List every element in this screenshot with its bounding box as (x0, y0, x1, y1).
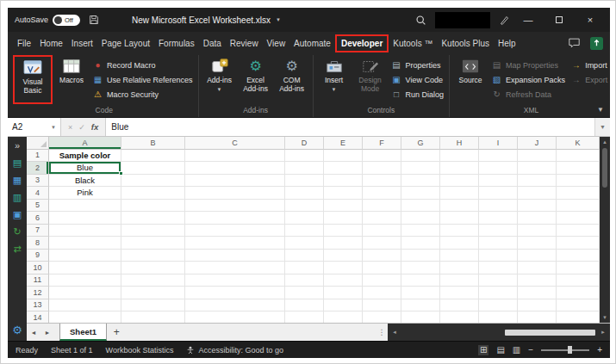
com-add-ins-button[interactable]: ⚙ COM Add-ins (274, 55, 310, 93)
cell-A13[interactable] (49, 299, 121, 312)
cell-I12[interactable] (479, 287, 518, 299)
cell-H4[interactable] (440, 187, 479, 200)
cell-I4[interactable] (479, 187, 518, 200)
row-header-8[interactable]: 8 (27, 237, 49, 250)
cell-H8[interactable] (440, 237, 479, 250)
cell-C11[interactable] (185, 275, 285, 287)
cell-K7[interactable] (557, 225, 600, 238)
autosave-switch[interactable]: Off (53, 15, 80, 26)
cell-I7[interactable] (479, 225, 518, 238)
fill-handle[interactable] (119, 171, 123, 176)
cell-F9[interactable] (363, 250, 401, 262)
scroll-left-icon[interactable]: ◄ (390, 330, 399, 335)
kutools-worksheet-pane-icon[interactable]: ▦ (13, 175, 22, 185)
vertical-scrollbar[interactable]: ▲ ▼ (600, 137, 610, 323)
cell-H2[interactable] (440, 162, 479, 175)
macro-security-button[interactable]: ⚠ Macro Security (90, 88, 196, 101)
row-header-9[interactable]: 9 (27, 250, 49, 262)
tab-home[interactable]: Home (35, 36, 67, 51)
column-header-C[interactable]: C (185, 137, 285, 150)
row-header-4[interactable]: 4 (27, 187, 49, 200)
column-header-E[interactable]: E (324, 137, 363, 150)
sheet-tab-sheet1[interactable]: Sheet1 (59, 324, 107, 341)
cell-I6[interactable] (479, 212, 518, 225)
collapse-ribbon-chevron-icon[interactable]: ▼ (597, 106, 604, 114)
cell-J6[interactable] (518, 212, 557, 225)
cell-K1[interactable] (557, 150, 600, 163)
cell-J4[interactable] (518, 187, 557, 200)
comments-icon[interactable] (569, 38, 580, 48)
cell-E10[interactable] (324, 262, 363, 275)
cell-C6[interactable] (185, 212, 285, 225)
cell-J12[interactable] (518, 287, 557, 299)
cell-B10[interactable] (121, 262, 185, 275)
cell-J1[interactable] (518, 150, 557, 163)
expand-pane-icon[interactable]: » (15, 140, 20, 151)
cell-H1[interactable] (440, 150, 479, 163)
cell-B14[interactable] (121, 312, 185, 323)
cell-G6[interactable] (401, 212, 440, 225)
cell-I9[interactable] (479, 250, 518, 262)
column-header-H[interactable]: H (440, 137, 479, 150)
cell-A1[interactable]: Sample color (49, 150, 121, 163)
cell-J14[interactable] (518, 312, 557, 323)
cell-K11[interactable] (557, 275, 600, 287)
ink-pen-icon[interactable] (499, 15, 510, 26)
cell-C14[interactable] (185, 312, 285, 323)
cell-C4[interactable] (185, 187, 285, 200)
tab-insert[interactable]: Insert (67, 36, 97, 51)
cell-H5[interactable] (440, 200, 479, 213)
tab-kutools[interactable]: Kutools ™ (389, 36, 437, 51)
row-header-1[interactable]: 1 (27, 150, 49, 163)
cell-D3[interactable] (285, 175, 324, 188)
zoom-out-icon[interactable]: − (528, 345, 533, 355)
tab-formulas[interactable]: Formulas (154, 36, 199, 51)
cell-H13[interactable] (440, 299, 479, 312)
normal-view-icon[interactable]: ⊞ (478, 345, 488, 355)
tab-review[interactable]: Review (226, 36, 263, 51)
cell-F2[interactable] (363, 162, 401, 175)
cell-J3[interactable] (518, 175, 557, 188)
new-sheet-button[interactable]: + (107, 324, 126, 341)
cell-E12[interactable] (324, 287, 363, 299)
cell-D2[interactable] (285, 162, 324, 175)
cell-F5[interactable] (363, 200, 401, 213)
column-header-K[interactable]: K (557, 137, 600, 150)
import-button[interactable]: → Import (568, 59, 610, 71)
cell-C3[interactable] (185, 175, 285, 188)
scroll-down-icon[interactable]: ▼ (602, 314, 607, 321)
cell-C12[interactable] (185, 287, 285, 299)
sheet-nav-left-icon[interactable]: ◄ (27, 324, 40, 341)
cell-G7[interactable] (401, 225, 440, 238)
row-header-6[interactable]: 6 (27, 212, 49, 225)
cell-C5[interactable] (185, 200, 285, 213)
map-properties-button[interactable]: ▤ Map Properties (488, 59, 568, 71)
insert-control-button[interactable]: Insert ▼ (316, 55, 352, 92)
insert-function-icon[interactable]: fx (91, 122, 98, 132)
cell-F8[interactable] (363, 237, 401, 250)
cell-G10[interactable] (401, 262, 440, 275)
cell-H6[interactable] (440, 212, 479, 225)
cell-H9[interactable] (440, 250, 479, 262)
cell-F4[interactable] (363, 187, 401, 200)
cell-E4[interactable] (324, 187, 363, 200)
save-icon[interactable] (89, 15, 99, 25)
expansion-packs-button[interactable]: ▧ Expansion Packs (488, 73, 568, 86)
cell-E7[interactable] (324, 225, 363, 238)
cell-A11[interactable] (49, 275, 121, 287)
row-header-14[interactable]: 14 (27, 312, 49, 323)
cell-G12[interactable] (401, 287, 440, 299)
cell-H7[interactable] (440, 225, 479, 238)
row-header-12[interactable]: 12 (27, 287, 49, 299)
cell-A10[interactable] (49, 262, 121, 275)
row-header-3[interactable]: 3 (27, 175, 49, 188)
share-button[interactable] (590, 37, 603, 50)
scroll-up-icon[interactable]: ▲ (602, 139, 607, 145)
accessibility-status[interactable]: Accessibility: Good to go (186, 346, 283, 355)
cell-B9[interactable] (121, 250, 185, 262)
cell-C1[interactable] (185, 150, 285, 163)
cell-D5[interactable] (285, 200, 324, 213)
page-break-view-icon[interactable]: ▥ (513, 345, 520, 355)
visual-basic-button[interactable]: Visual Basic (15, 57, 51, 102)
cell-I2[interactable] (479, 162, 518, 175)
